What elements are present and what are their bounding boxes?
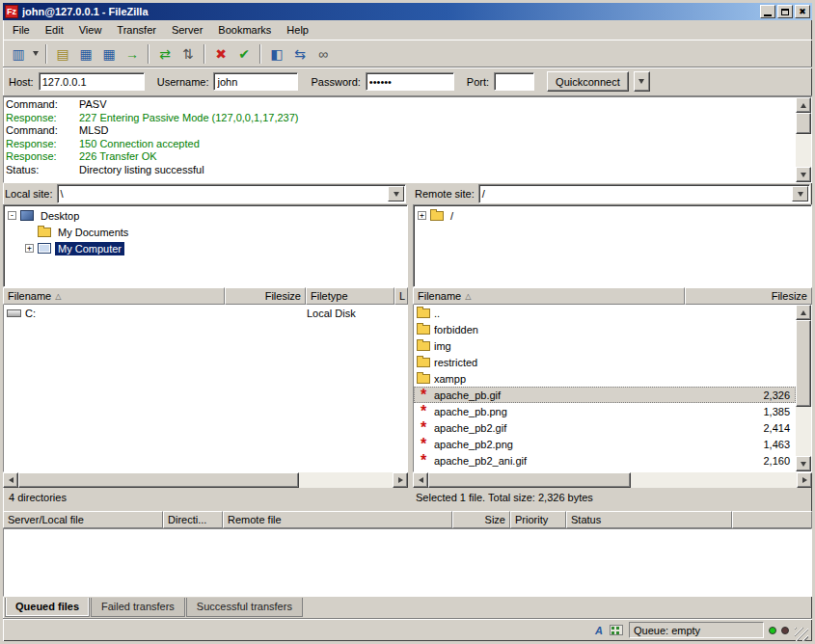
tree-expander[interactable]: + <box>25 244 34 253</box>
tab-successful-transfers[interactable]: Successful transfers <box>186 598 303 617</box>
column-header-size[interactable]: Size <box>452 511 510 528</box>
table-row-selected[interactable]: * apache_pb.gif 2,326 <box>414 387 796 403</box>
sync-browsing-icon[interactable]: ⇆ <box>289 43 311 65</box>
column-header-direction[interactable]: Directi... <box>163 511 223 528</box>
table-row[interactable]: * apache_pb2_ani.gif 2,160 <box>414 452 796 469</box>
scroll-right-button[interactable] <box>797 472 812 488</box>
site-manager-dropdown[interactable] <box>30 43 41 65</box>
menu-transfer[interactable]: Transfer <box>109 21 164 39</box>
menu-edit[interactable]: Edit <box>38 21 71 39</box>
remote-list-scrollbar[interactable] <box>796 305 811 471</box>
log-scrollbar[interactable] <box>796 97 811 182</box>
close-button[interactable]: ✖ <box>795 5 810 18</box>
tree-item-desktop[interactable]: - Desktop <box>4 207 407 224</box>
column-header-server-local-file[interactable]: Server/Local file <box>3 511 163 528</box>
filename-cell: .. <box>434 308 703 319</box>
remote-site-combobox[interactable]: / <box>478 184 810 203</box>
toggle-local-tree-icon[interactable]: ▦ <box>75 43 96 65</box>
table-row[interactable]: img <box>414 337 796 354</box>
local-horizontal-scrollbar[interactable] <box>3 472 408 488</box>
filename-cell: apache_pb2.png <box>434 439 703 450</box>
queue-status-panel: Queue: empty <box>629 622 764 638</box>
tree-item-my-documents[interactable]: My Documents <box>4 224 407 240</box>
find-files-icon[interactable]: ∞ <box>312 43 334 65</box>
port-input[interactable] <box>494 72 534 91</box>
tab-failed-transfers[interactable]: Failed transfers <box>91 598 185 617</box>
host-input[interactable] <box>39 72 145 91</box>
column-header-last-modified[interactable]: L <box>394 287 408 305</box>
menu-bookmarks[interactable]: Bookmarks <box>210 21 279 39</box>
table-row[interactable]: .. <box>414 305 796 321</box>
folder-icon <box>430 211 444 221</box>
tree-item-label[interactable]: My Computer <box>55 242 124 255</box>
menu-file[interactable]: File <box>5 21 38 39</box>
table-row[interactable]: xampp <box>414 370 796 387</box>
table-row[interactable]: C: Local Disk <box>4 305 407 321</box>
username-input[interactable] <box>213 72 298 91</box>
transfer-queue-list[interactable] <box>3 528 812 597</box>
menu-help[interactable]: Help <box>279 21 316 39</box>
toggle-remote-tree-icon[interactable]: ▦ <box>98 43 120 65</box>
menu-view[interactable]: View <box>71 21 110 39</box>
toolbar-separator <box>204 44 205 64</box>
directory-comparison-icon[interactable]: ◧ <box>266 43 287 65</box>
password-input[interactable] <box>366 72 454 91</box>
table-row[interactable]: restricted <box>414 354 796 370</box>
log-line: Response:226 Transfer OK <box>6 150 794 164</box>
quickconnect-button[interactable]: Quickconnect <box>547 71 629 92</box>
tree-expander[interactable]: + <box>418 211 426 220</box>
titlebar[interactable]: Fz john@127.0.0.1 - FileZilla ✖ <box>3 3 812 20</box>
tree-item-label[interactable]: / <box>448 209 456 223</box>
column-header-priority[interactable]: Priority <box>510 511 566 528</box>
scroll-down-button[interactable] <box>796 456 811 471</box>
tree-item-root[interactable]: + / <box>414 207 811 224</box>
minimize-button[interactable] <box>760 5 775 18</box>
table-row[interactable]: * apache_pb2.png 1,463 <box>414 436 796 452</box>
column-header-filename[interactable]: Filename△ <box>413 287 685 305</box>
process-queue-icon[interactable]: ⇅ <box>177 43 199 65</box>
scroll-thumb[interactable] <box>428 472 631 488</box>
scroll-left-button[interactable] <box>413 472 428 488</box>
tree-expander[interactable]: - <box>8 211 16 220</box>
resize-grip[interactable] <box>795 628 808 641</box>
filesize-cell: 2,160 <box>703 455 796 467</box>
scroll-up-button[interactable] <box>796 97 811 113</box>
toggle-queue-icon[interactable]: → <box>122 43 143 65</box>
combo-dropdown-button[interactable] <box>792 186 808 201</box>
column-header-filesize[interactable]: Filesize <box>685 287 812 305</box>
site-manager-icon[interactable]: ▥ <box>8 43 29 65</box>
column-header-filesize[interactable]: Filesize <box>225 287 306 305</box>
local-site-combobox[interactable]: \ <box>57 184 406 203</box>
filezilla-window: Fz john@127.0.0.1 - FileZilla ✖ File Edi… <box>0 0 815 644</box>
column-header-remote-file[interactable]: Remote file <box>223 511 452 528</box>
column-header-filetype[interactable]: Filetype <box>306 287 394 305</box>
menu-server[interactable]: Server <box>164 21 210 39</box>
cancel-icon[interactable]: ✖ <box>210 43 231 65</box>
maximize-button[interactable] <box>777 5 793 18</box>
tree-item-label[interactable]: My Documents <box>55 226 131 239</box>
remote-horizontal-scrollbar[interactable] <box>413 472 812 488</box>
scroll-thumb[interactable] <box>796 320 811 407</box>
tree-item-my-computer[interactable]: + My Computer <box>4 240 407 256</box>
column-header-status[interactable]: Status <box>566 511 732 528</box>
quickconnect-dropdown-button[interactable] <box>634 71 650 92</box>
tree-item-label[interactable]: Desktop <box>38 209 82 223</box>
scroll-right-button[interactable] <box>393 472 408 488</box>
scroll-down-button[interactable] <box>796 167 811 182</box>
filter-icon[interactable]: ✔ <box>233 43 255 65</box>
scroll-thumb[interactable] <box>796 113 811 134</box>
status-bar: A Queue: empty <box>3 618 812 641</box>
toggle-message-log-icon[interactable]: ▤ <box>52 43 73 65</box>
column-header-filename[interactable]: Filename△ <box>3 287 225 305</box>
table-row[interactable]: * apache_pb.png 1,385 <box>414 403 796 419</box>
table-row[interactable]: forbidden <box>414 321 796 337</box>
scroll-thumb[interactable] <box>18 472 299 488</box>
arrow-left-icon <box>419 477 423 483</box>
combo-dropdown-button[interactable] <box>388 186 404 201</box>
table-row[interactable]: * apache_pb2.gif 2,414 <box>414 419 796 436</box>
scroll-up-button[interactable] <box>796 305 811 320</box>
refresh-icon[interactable]: ⇄ <box>154 43 176 65</box>
tab-queued-files[interactable]: Queued files <box>5 598 90 617</box>
scroll-left-button[interactable] <box>3 472 18 488</box>
remote-list-header: Filename△ Filesize <box>413 287 812 305</box>
